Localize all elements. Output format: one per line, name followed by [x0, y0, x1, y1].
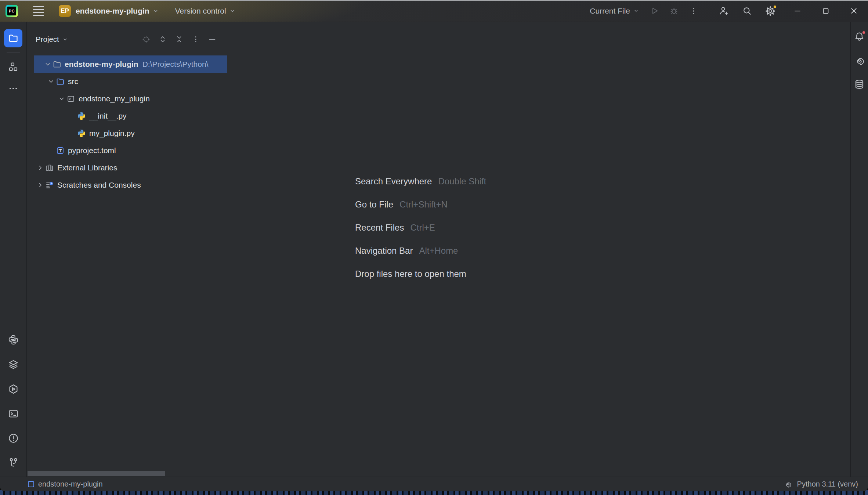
add-user-icon	[719, 6, 729, 16]
hide-icon	[208, 35, 217, 44]
chevron-down-icon	[229, 8, 236, 14]
project-badge: EP	[59, 5, 71, 17]
tree-item-label: my_plugin.py	[89, 129, 135, 138]
run-button[interactable]	[650, 6, 659, 16]
tree-item-endstone-my-plugin[interactable]: endstone-my-plugin D:\Projects\Python\	[34, 55, 227, 73]
tree-item-external-libraries[interactable]: External Libraries	[27, 159, 227, 176]
tree-chevron[interactable]	[36, 181, 45, 189]
chevron-down-icon	[62, 36, 68, 43]
notification-dot	[861, 30, 866, 35]
more-toolwindows-button[interactable]	[8, 83, 18, 94]
run-config-label: Current File	[590, 7, 630, 15]
vcs-menu-label: Version control	[175, 7, 226, 15]
more-horizontal-icon	[8, 83, 18, 94]
shortcut-label: Drop files here to open them	[355, 269, 466, 279]
empty-editor-shortcuts: Search Everywhere Double Shift Go to Fil…	[355, 170, 486, 285]
expand-all-button[interactable]	[158, 35, 167, 44]
tree-chevron[interactable]	[57, 95, 66, 103]
tree-item-icon	[66, 94, 75, 103]
search-icon	[742, 6, 752, 16]
shortcut-label: Navigation Bar	[355, 246, 413, 256]
more-actions-button[interactable]	[689, 7, 698, 15]
vcs-menu[interactable]: Version control	[175, 7, 236, 15]
tree-item-icon	[45, 181, 54, 189]
tree-item-label: src	[68, 77, 78, 86]
interpreter-label: Python 3.11 (venv)	[797, 480, 858, 488]
settings-button[interactable]	[765, 6, 776, 17]
shortcut-keys: Ctrl+Shift+N	[399, 199, 448, 210]
right-toolwindow-stripe	[850, 22, 868, 477]
project-switcher[interactable]: EP endstone-my-plugin	[44, 5, 159, 17]
project-view-selector[interactable]: Project	[36, 35, 68, 44]
tree-item-path: D:\Projects\Python\	[142, 60, 209, 69]
tree-item-pyproject-toml[interactable]: pyproject.toml	[27, 142, 227, 159]
structure-toolwindow-button[interactable]	[8, 61, 19, 72]
tree-item-scratches-and-consoles[interactable]: Scratches and Consoles	[27, 176, 227, 194]
shortcut-row: Go to File Ctrl+Shift+N	[355, 193, 486, 216]
minimize-button[interactable]	[793, 6, 802, 16]
tree-item-endstone-my-plugin[interactable]: endstone_my_plugin	[27, 90, 227, 107]
notifications-button[interactable]	[854, 31, 865, 42]
problems-icon	[8, 433, 19, 444]
editor-area: Search Everywhere Double Shift Go to Fil…	[227, 22, 850, 477]
terminal-button[interactable]	[8, 408, 19, 419]
tree-chevron[interactable]	[43, 60, 53, 68]
python-console-button[interactable]	[8, 334, 19, 346]
problems-button[interactable]	[8, 433, 19, 444]
shortcut-keys: Ctrl+E	[410, 223, 435, 233]
ai-assistant-button[interactable]	[854, 55, 865, 66]
project-toolwindow-button[interactable]	[4, 29, 22, 47]
ai-assistant-icon	[854, 55, 865, 66]
version-control-icon	[8, 457, 19, 469]
status-module-label: endstone-my-plugin	[38, 480, 103, 488]
kebab-menu-icon	[689, 7, 698, 15]
debug-button[interactable]	[669, 6, 679, 16]
version-control-button[interactable]	[8, 457, 19, 469]
tree-item-icon	[53, 60, 61, 69]
pycharm-logo-text: PC	[7, 7, 16, 15]
shortcut-label: Search Everywhere	[355, 176, 432, 187]
structure-icon	[8, 61, 19, 72]
terminal-icon	[8, 408, 19, 419]
tree-item-icon	[77, 129, 86, 138]
horizontal-scrollbar[interactable]	[28, 471, 165, 476]
panel-options-button[interactable]	[191, 35, 200, 44]
main-menu-hamburger-icon[interactable]	[33, 6, 44, 16]
collapse-all-button[interactable]	[175, 35, 184, 44]
title-bar: PC EP endstone-my-plugin Version control…	[0, 0, 868, 22]
tree-item-label: External Libraries	[57, 163, 117, 172]
project-view-label: Project	[36, 35, 59, 44]
maximize-button[interactable]	[821, 7, 830, 15]
status-module-widget[interactable]: endstone-my-plugin	[28, 480, 103, 488]
kebab-menu-icon	[191, 35, 200, 44]
run-configuration-widget[interactable]: Current File	[590, 7, 639, 15]
tree-chevron[interactable]	[46, 77, 56, 86]
interpreter-widget[interactable]: Python 3.11 (venv)	[784, 480, 858, 488]
status-bar: endstone-my-plugin Python 3.11 (venv)	[0, 477, 868, 491]
close-button[interactable]	[849, 6, 858, 15]
python-packages-icon	[8, 359, 19, 370]
code-with-me-button[interactable]	[719, 6, 729, 16]
database-button[interactable]	[854, 79, 865, 90]
select-opened-file-button[interactable]	[142, 35, 151, 44]
chevron-down-icon	[152, 8, 159, 14]
tree-item--init-py[interactable]: __init__.py	[27, 107, 227, 124]
hide-panel-button[interactable]	[208, 35, 217, 44]
services-button[interactable]	[8, 383, 19, 395]
python-console-icon	[8, 334, 19, 346]
tree-chevron[interactable]	[36, 164, 45, 172]
project-name: endstone-my-plugin	[76, 7, 149, 15]
shortcut-row: Recent Files Ctrl+E	[355, 216, 486, 239]
run-icon	[650, 6, 659, 16]
services-icon	[8, 383, 19, 395]
chevron-down-icon	[633, 8, 639, 14]
tree-item-my-plugin-py[interactable]: my_plugin.py	[27, 124, 227, 142]
shortcut-keys: Double Shift	[438, 176, 486, 187]
debug-icon	[669, 6, 679, 16]
module-icon	[28, 481, 34, 487]
python-packages-button[interactable]	[8, 359, 19, 370]
database-icon	[854, 79, 865, 90]
search-everywhere-button[interactable]	[742, 6, 752, 16]
minimize-icon	[793, 6, 802, 16]
tree-item-src[interactable]: src	[27, 73, 227, 90]
